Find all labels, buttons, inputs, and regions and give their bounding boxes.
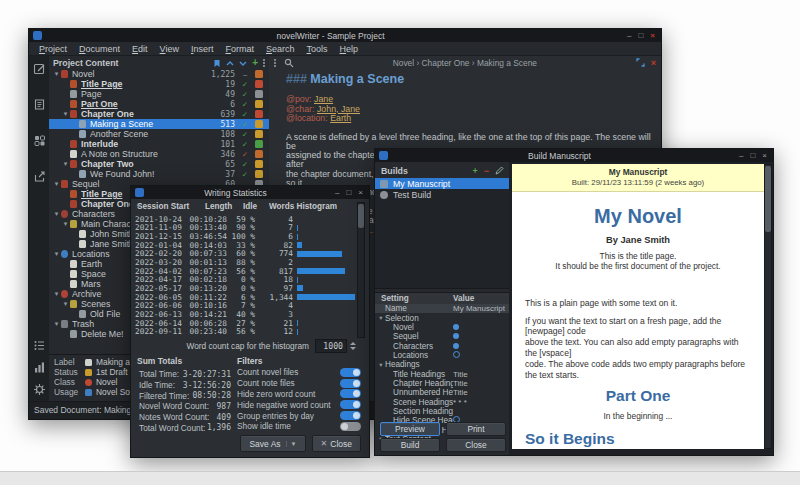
menu-search[interactable]: Search: [260, 44, 301, 54]
session-row[interactable]: 2022-03-2000:01:1388 %2: [135, 258, 355, 267]
close-icon[interactable]: ×: [650, 29, 655, 42]
print-button[interactable]: Print: [446, 422, 506, 436]
col-idle[interactable]: Idle: [243, 202, 257, 211]
tree-item[interactable]: Part One6✓: [49, 99, 269, 109]
expand-arrow-icon[interactable]: ▾: [52, 210, 61, 218]
menu-format[interactable]: Format: [219, 44, 260, 54]
document-close-icon[interactable]: ×: [651, 58, 656, 68]
maximize-icon[interactable]: □: [638, 29, 643, 42]
tree-item[interactable]: Making a Scene513✓: [49, 119, 269, 129]
expand-arrow-icon[interactable]: ▾: [61, 220, 70, 228]
tree-item[interactable]: Title Page19✓: [49, 79, 269, 89]
session-row[interactable]: 2021-12-1503:46:54100 %6: [135, 232, 355, 241]
maximize-icon[interactable]: □: [346, 186, 351, 199]
expand-arrow-icon[interactable]: ▾: [377, 361, 385, 369]
minimize-icon[interactable]: –: [335, 186, 339, 199]
col-words-histogram[interactable]: Words Histogram: [269, 202, 337, 211]
tree-item[interactable]: Page49✓: [49, 89, 269, 99]
active-check-icon[interactable]: ✓: [240, 130, 250, 139]
build-list-item[interactable]: My Manuscript: [375, 178, 509, 189]
tree-item[interactable]: ▾Chapter One639✓: [49, 109, 269, 119]
session-row[interactable]: 2022-02-2000:07:3360 %774: [135, 250, 355, 259]
search-icon[interactable]: [284, 58, 294, 68]
session-row[interactable]: 2022-06-0600:10:167 %4: [135, 301, 355, 310]
toggle-switch[interactable]: [340, 422, 361, 431]
setting-row[interactable]: Novel: [375, 323, 509, 332]
expand-arrow-icon[interactable]: ▾: [52, 70, 61, 78]
setting-row[interactable]: Locations: [375, 351, 509, 360]
settings-gear-icon[interactable]: [33, 383, 46, 396]
session-row[interactable]: 2022-06-0500:11:226 %1,344: [135, 293, 355, 302]
setting-row[interactable]: Scene Headings* * *: [375, 397, 509, 406]
tree-item[interactable]: We Found John!37✓: [49, 169, 269, 179]
expand-arrow-icon[interactable]: ▾: [52, 290, 61, 298]
outline-list-icon[interactable]: [33, 339, 46, 352]
toggle-switch[interactable]: [340, 411, 361, 420]
selection-dot-icon[interactable]: [453, 324, 459, 330]
setting-row[interactable]: Chapter HeadingsTitle: [375, 379, 509, 388]
tree-item[interactable]: A Note on Structure346✓: [49, 149, 269, 159]
expand-arrow-icon[interactable]: ▾: [61, 160, 70, 168]
setting-row[interactable]: Characters: [375, 341, 509, 350]
setting-row[interactable]: Unnumbered HeadingsTitle: [375, 388, 509, 397]
tree-item[interactable]: Another Scene108✓: [49, 129, 269, 139]
histogram-cap-spinbox[interactable]: 1000: [315, 339, 347, 353]
outline-view-icon[interactable]: [33, 98, 46, 111]
close-button[interactable]: ✕Close: [312, 435, 361, 452]
spinbox-arrows-icon[interactable]: [348, 339, 357, 353]
setting-row[interactable]: ▾Headings: [375, 360, 509, 369]
tag-value[interactable]: Earth: [330, 113, 351, 123]
edit-view-icon[interactable]: [33, 62, 46, 75]
minimize-icon[interactable]: –: [739, 149, 743, 162]
setting-row[interactable]: NameMy Manuscript: [375, 304, 509, 313]
remove-build-icon[interactable]: −: [484, 166, 489, 176]
move-down-icon[interactable]: [239, 60, 247, 67]
session-row[interactable]: 2022-06-1400:06:2827 %21: [135, 319, 355, 328]
session-row[interactable]: 2022-04-1700:02:180 %18: [135, 275, 355, 284]
active-check-icon[interactable]: –: [240, 70, 250, 79]
active-check-icon[interactable]: ✓: [240, 140, 250, 149]
add-item-icon[interactable]: +: [252, 58, 258, 68]
toggle-switch[interactable]: [340, 389, 361, 398]
scrollbar-thumb[interactable]: [765, 166, 771, 232]
menu-project[interactable]: Project: [33, 44, 73, 54]
menu-document[interactable]: Document: [73, 44, 126, 54]
expand-arrow-icon[interactable]: ▾: [52, 180, 61, 188]
session-row[interactable]: 2021-10-2400:10:2859 %4: [135, 215, 355, 224]
move-up-icon[interactable]: [226, 60, 234, 67]
menu-insert[interactable]: Insert: [185, 44, 220, 54]
build-titlebar[interactable]: Build Manuscript – □ ×: [375, 149, 773, 162]
toggle-switch[interactable]: [340, 400, 361, 409]
setting-row[interactable]: ▾Selection: [375, 313, 509, 322]
add-build-icon[interactable]: +: [472, 166, 477, 176]
setting-row[interactable]: Title HeadingsTitle: [375, 369, 509, 378]
active-check-icon[interactable]: ✓: [240, 150, 250, 159]
main-titlebar[interactable]: novelWriter - Sample Project – □ ×: [29, 29, 661, 42]
editor-menu-kebab-icon[interactable]: [274, 59, 276, 67]
session-row[interactable]: 2022-05-1700:13:200 %97: [135, 284, 355, 293]
active-check-icon[interactable]: ✓: [240, 120, 250, 129]
toggle-switch[interactable]: [340, 379, 361, 388]
selection-dot-icon[interactable]: [453, 333, 459, 339]
expand-arrow-icon[interactable]: ▾: [61, 110, 70, 118]
novel-details-icon[interactable]: [33, 134, 46, 147]
close-icon[interactable]: ×: [358, 186, 363, 199]
active-check-icon[interactable]: ✓: [240, 170, 250, 179]
setting-row[interactable]: Sequel: [375, 332, 509, 341]
expand-arrow-icon[interactable]: ▾: [52, 250, 61, 258]
session-row[interactable]: 2022-01-0400:14:0333 %82: [135, 241, 355, 250]
scrollbar-thumb[interactable]: [358, 204, 364, 228]
build-list-item[interactable]: Test Build: [375, 189, 509, 200]
tag-value[interactable]: John, Jane: [317, 104, 360, 114]
active-check-icon[interactable]: ✓: [240, 160, 250, 169]
tree-item[interactable]: ▾Novel1,225–: [49, 69, 269, 79]
focus-expand-icon[interactable]: [636, 58, 645, 67]
bookmark-icon[interactable]: [213, 59, 221, 68]
col-length[interactable]: Length: [205, 202, 232, 211]
expand-arrow-icon[interactable]: ▾: [52, 320, 61, 328]
session-row[interactable]: 2022-06-1300:14:2140 %3: [135, 310, 355, 319]
stats-titlebar[interactable]: Writing Statistics – □ ×: [131, 186, 369, 199]
menu-tools[interactable]: Tools: [301, 44, 334, 54]
selection-dot-icon[interactable]: [453, 343, 459, 349]
active-check-icon[interactable]: ✓: [240, 100, 250, 109]
